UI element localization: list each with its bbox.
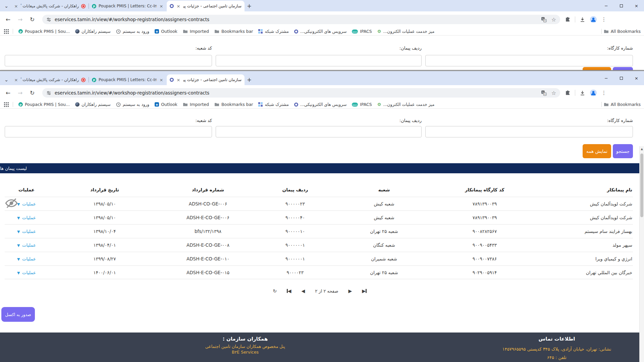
close-tab-icon[interactable]: × xyxy=(14,77,18,82)
scrollbar[interactable]: ▲ xyxy=(639,146,644,362)
bookmark-shared-network[interactable]: مشترک شبکه xyxy=(258,29,289,34)
operations-cell[interactable]: عملیات ▼ xyxy=(5,215,48,220)
new-tab-button[interactable]: + xyxy=(245,1,254,11)
bookmark-star-icon[interactable]: ☆ xyxy=(551,90,556,96)
bookmark-service-desk[interactable]: ⚙میز خدمت عملیات الکترون... xyxy=(377,29,434,34)
downloads-icon[interactable] xyxy=(580,90,585,96)
bookmark-outlook[interactable]: oOutlook xyxy=(155,29,177,34)
prev-page-icon[interactable]: ◀ xyxy=(301,288,305,294)
tab-search-chevron-icon[interactable]: ⌄ xyxy=(2,1,11,11)
next-page-icon[interactable]: ▶ xyxy=(348,288,352,294)
address-bar[interactable]: eservices.tamin.ir/view/#/workshop-regis… xyxy=(42,88,560,98)
url-text[interactable]: eservices.tamin.ir/view/#/workshop-regis… xyxy=(55,17,209,22)
operations-link[interactable]: عملیات xyxy=(22,229,36,234)
contract-row-input[interactable] xyxy=(216,55,422,66)
tab-search-chevron-icon[interactable]: ⌄ xyxy=(2,74,11,85)
extensions-puzzle-icon[interactable] xyxy=(565,90,571,96)
bookmark-imported[interactable]: Imported xyxy=(183,29,209,34)
first-page-icon[interactable]: ◀ xyxy=(287,288,291,294)
operations-link[interactable]: عملیات xyxy=(22,215,36,220)
bookmark-system-login[interactable]: ورود به سیستم xyxy=(116,29,149,34)
chevron-down-icon[interactable]: ▼ xyxy=(17,257,20,261)
back-icon[interactable]: ← xyxy=(4,89,12,96)
minimize-button[interactable]: − xyxy=(599,0,614,11)
operations-link[interactable]: عملیات xyxy=(22,201,36,206)
tab-poupack[interactable]: p Poupack PMIS | Letters: Cc-Inbo × xyxy=(89,1,167,11)
extensions-puzzle-icon[interactable] xyxy=(565,17,571,22)
search-button[interactable]: جستجو xyxy=(613,144,633,158)
chevron-down-icon[interactable]: ▼ xyxy=(17,230,20,234)
last-page-icon[interactable]: ▶ xyxy=(362,288,366,294)
operations-cell[interactable]: عملیات ▼ xyxy=(5,229,48,234)
workshop-no-input[interactable] xyxy=(425,126,633,137)
bookmark-electronic-services[interactable]: سرویس های الکترونیکی... xyxy=(294,29,346,34)
operations-link[interactable]: عملیات xyxy=(22,256,36,261)
partners-panel-link[interactable]: پنل مخصوص همکاران سازمان تامین اجتماعی xyxy=(145,344,346,349)
new-tab-button[interactable]: + xyxy=(245,74,254,85)
bookmark-poupack[interactable]: pPoupack PMIS | Sou... xyxy=(18,102,70,107)
bookmark-system-login[interactable]: ورود به سیستم xyxy=(116,102,149,107)
apps-grid-icon[interactable] xyxy=(4,29,9,34)
maximize-button[interactable] xyxy=(614,0,629,11)
bookmark-imported[interactable]: Imported xyxy=(183,102,209,107)
operations-cell[interactable]: عملیات ▼ xyxy=(5,270,48,275)
scroll-up-arrow[interactable]: ▲ xyxy=(640,146,644,150)
menu-kebab-icon[interactable]: ⋮ xyxy=(601,90,606,96)
translate-icon[interactable]: G A xyxy=(541,17,547,22)
bookmark-bookmarks-bar-folder[interactable]: Bookmarks bar xyxy=(214,29,253,34)
maximize-button[interactable] xyxy=(614,71,629,85)
bookmark-poupack[interactable]: pPoupack PMIS | Sou... xyxy=(18,29,70,34)
downloads-icon[interactable] xyxy=(580,17,585,22)
close-tab-icon[interactable]: × xyxy=(176,77,181,82)
bookmark-star-icon[interactable]: ☆ xyxy=(551,16,556,23)
bookmark-service-desk[interactable]: ⚙میز خدمت عملیات الکترون... xyxy=(377,102,434,107)
bookmark-rahkaran-system[interactable]: سیستم راهکاران xyxy=(75,102,111,107)
tab-rahkaran[interactable]: × راهکاران - شرکت پالایش میعانات گازی xyxy=(11,1,89,11)
tab-tamin-active[interactable]: × سازمان تامین اجتماعی - جزئیات پیمان xyxy=(167,1,245,11)
operations-cell[interactable]: عملیات ▼ xyxy=(5,242,48,248)
apps-grid-icon[interactable] xyxy=(4,102,9,107)
workshop-no-input[interactable] xyxy=(425,55,633,66)
close-window-button[interactable]: × xyxy=(629,0,644,11)
minimize-button[interactable]: − xyxy=(599,71,614,85)
contract-row-input[interactable] xyxy=(216,126,422,137)
branch-code-input[interactable] xyxy=(5,55,212,66)
scroll-thumb[interactable] xyxy=(640,154,643,217)
bookmark-outlook[interactable]: oOutlook xyxy=(155,102,177,107)
bookmark-ipacs[interactable]: ipacsIPACS xyxy=(352,102,372,107)
site-settings-icon[interactable] xyxy=(46,17,51,22)
close-tab-icon[interactable]: × xyxy=(159,4,164,9)
bookmark-bookmarks-bar-folder[interactable]: Bookmarks bar xyxy=(214,102,253,107)
chevron-down-icon[interactable]: ▼ xyxy=(17,216,20,220)
address-bar[interactable]: eservices.tamin.ir/view/#/workshop-regis… xyxy=(42,15,560,24)
tab-poupack[interactable]: p Poupack PMIS | Letters: Cc-Inbo × xyxy=(89,74,167,85)
url-text[interactable]: eservices.tamin.ir/view/#/workshop-regis… xyxy=(55,90,209,96)
all-bookmarks-button[interactable]: All Bookmarks xyxy=(601,102,641,107)
close-tab-icon[interactable]: × xyxy=(159,77,164,82)
bookmark-shared-network[interactable]: مشترک شبکه xyxy=(258,102,289,107)
bookmark-rahkaran-system[interactable]: سیستم راهکاران xyxy=(75,29,111,34)
back-icon[interactable]: ← xyxy=(4,16,12,23)
refresh-icon[interactable]: ↻ xyxy=(273,288,277,294)
operations-link[interactable]: عملیات xyxy=(22,270,36,275)
tab-rahkaran[interactable]: × راهکاران - شرکت پالایش میعانات گازی xyxy=(11,74,89,85)
close-window-button[interactable]: × xyxy=(629,71,644,85)
operations-cell[interactable]: عملیات ▼ xyxy=(5,256,48,261)
tab-tamin-active[interactable]: × سازمان تامین اجتماعی - جزئیات پیمان xyxy=(167,74,245,85)
b2e-services-link[interactable]: B۲E Services xyxy=(145,350,346,355)
show-all-button[interactable]: نمایش همه xyxy=(583,144,611,158)
reload-icon[interactable]: ↻ xyxy=(28,89,36,96)
operations-link[interactable]: عملیات xyxy=(22,242,36,248)
chevron-down-icon[interactable]: ▼ xyxy=(17,271,20,275)
export-excel-button[interactable]: صدور به اکسل xyxy=(1,307,35,322)
bookmark-electronic-services[interactable]: سرویس های الکترونیکی... xyxy=(294,102,346,107)
profile-avatar[interactable] xyxy=(590,89,597,97)
branch-code-input[interactable] xyxy=(5,126,212,137)
reload-icon[interactable]: ↻ xyxy=(28,16,36,23)
all-bookmarks-button[interactable]: All Bookmarks xyxy=(601,29,641,34)
close-tab-icon[interactable]: × xyxy=(14,4,18,9)
translate-icon[interactable]: G A xyxy=(541,90,547,96)
bookmark-ipacs[interactable]: ipacsIPACS xyxy=(352,29,372,34)
menu-kebab-icon[interactable]: ⋮ xyxy=(601,16,606,22)
site-settings-icon[interactable] xyxy=(46,90,51,96)
